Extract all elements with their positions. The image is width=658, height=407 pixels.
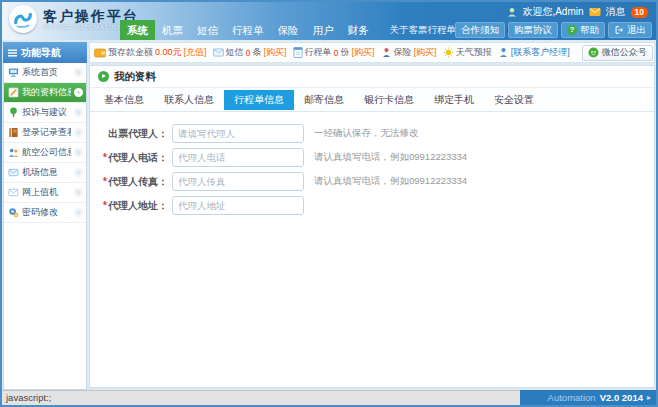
required-mark: *: [103, 152, 107, 163]
agent-fax-label: 代理人传真：: [108, 175, 168, 189]
manager-person-icon: [498, 47, 509, 58]
ticket-agent-field[interactable]: [172, 124, 304, 143]
deposit-label: 预存款金额: [108, 46, 153, 59]
footer-bar: Automation V2.0 2014 ▸: [520, 390, 656, 405]
insurance-group: 保险 [购买]: [381, 46, 437, 59]
deposit-group: 预存款金额 0.00元 [充值]: [94, 46, 207, 59]
welcome-text: 欢迎您,Admin: [522, 5, 583, 19]
help-button[interactable]: ? 帮助: [561, 22, 605, 38]
app-window: 客户操作平台 OFFICE AUTOMATION SYSTEM 欢迎您,Admi…: [0, 0, 658, 407]
sidebar-menu: 系统首页 › 我的资料信息 › 投诉与建议 ›: [3, 63, 87, 390]
header: 客户操作平台 OFFICE AUTOMATION SYSTEM 欢迎您,Admi…: [2, 2, 656, 40]
agent-fax-field[interactable]: [172, 172, 304, 191]
chevron-right-icon: ›: [74, 108, 83, 117]
tab-bank-card[interactable]: 银行卡信息: [354, 90, 424, 110]
wechat-button[interactable]: 微信公众号: [582, 45, 653, 61]
ticket-agreement-label: 购票协议: [514, 23, 552, 37]
weather-label[interactable]: 天气预报: [456, 46, 492, 59]
nav-item-users[interactable]: 用户: [306, 20, 341, 40]
insurance-person-icon: [381, 47, 392, 58]
sms-count: 0: [246, 48, 251, 58]
ticket-agent-label: 出票代理人：: [108, 127, 168, 141]
field-label: * 代理人传真：: [90, 175, 168, 189]
document-icon: [293, 47, 303, 58]
itinerary-unit: 份: [341, 46, 350, 59]
form-row-agent-address: * 代理人地址：: [90, 196, 654, 215]
insurance-buy-link[interactable]: [购买]: [414, 46, 437, 59]
mail-icon: [8, 167, 19, 178]
app-body: 功能导航 系统首页 › 我的资料信息 ›: [2, 40, 656, 390]
main-panel: 我的资料 基本信息 联系人信息 行程单信息 邮寄信息 银行卡信息 绑定手机 安全…: [89, 65, 655, 388]
agent-phone-field[interactable]: [172, 148, 304, 167]
cooperation-notice-button[interactable]: 合作须知: [455, 22, 505, 38]
itinerary-count: 0: [334, 48, 339, 58]
sidebar-item-login-records[interactable]: 登录记录查看 ›: [4, 123, 86, 143]
sidebar-item-complaints[interactable]: 投诉与建议 ›: [4, 103, 86, 123]
field-hint: 请认真填写电话，例如09912223334: [314, 175, 467, 188]
recharge-link[interactable]: [充值]: [184, 46, 207, 59]
footer-version: V2.0 2014: [600, 392, 643, 403]
tab-mailing-info[interactable]: 邮寄信息: [294, 90, 354, 110]
tab-bind-phone[interactable]: 绑定手机: [424, 90, 484, 110]
wallet-icon: [94, 47, 106, 58]
sidebar-item-password[interactable]: 密码修改 ›: [4, 203, 86, 223]
footer-expand-icon[interactable]: ▸: [647, 393, 651, 402]
header-buttons: 合作须知 购票协议 ? 帮助 退出: [455, 22, 652, 38]
tab-contact-info[interactable]: 联系人信息: [154, 90, 224, 110]
sidebar-item-online-checkin[interactable]: 网上值机 ›: [4, 183, 86, 203]
tab-itinerary-info[interactable]: 行程单信息: [224, 90, 294, 110]
logout-label: 退出: [627, 23, 646, 37]
sidebar-item-airport-info[interactable]: 机场信息 ›: [4, 163, 86, 183]
footer-brand: Automation: [548, 392, 596, 403]
form-row-ticket-agent: 出票代理人： 一经确认保存，无法修改: [90, 124, 654, 143]
field-label: * 代理人地址：: [90, 199, 168, 213]
sms-label: 短信: [226, 46, 244, 59]
chevron-right-icon: ›: [74, 128, 83, 137]
user-strip: 欢迎您,Admin 消息 10: [507, 5, 648, 19]
agent-address-field[interactable]: [172, 196, 304, 215]
nav-item-finance[interactable]: 财务: [341, 20, 376, 40]
logout-icon: [614, 25, 624, 35]
nav-item-insurance[interactable]: 保险: [271, 20, 306, 40]
form-row-agent-phone: * 代理人电话： 请认真填写电话，例如09912223334: [90, 148, 654, 167]
sidebar-item-label: 机场信息: [22, 166, 71, 179]
itinerary-buy-link[interactable]: [购买]: [352, 46, 375, 59]
nav-item-itinerary[interactable]: 行程单: [225, 20, 271, 40]
monitor-icon: [8, 67, 19, 78]
sidebar-header-label: 功能导航: [21, 46, 61, 60]
nav-item-tickets[interactable]: 机票: [155, 20, 190, 40]
sidebar-item-label: 系统首页: [22, 66, 71, 79]
field-hint: 请认真填写电话，例如09912223334: [314, 151, 467, 164]
message-label[interactable]: 消息: [606, 5, 626, 19]
profile-tabs: 基本信息 联系人信息 行程单信息 邮寄信息 银行卡信息 绑定手机 安全设置: [90, 88, 654, 112]
contact-manager-link[interactable]: [联系客户经理]: [511, 46, 570, 59]
nav-item-system[interactable]: 系统: [120, 20, 155, 40]
sidebar-item-home[interactable]: 系统首页 ›: [4, 63, 86, 83]
sms-group: 短信 0 条 [购买]: [213, 46, 287, 59]
logout-button[interactable]: 退出: [608, 22, 652, 38]
weather-group: 天气预报: [443, 46, 492, 59]
form-row-agent-fax: * 代理人传真： 请认真填写电话，例如09912223334: [90, 172, 654, 191]
field-hint: 一经确认保存，无法修改: [314, 127, 419, 140]
sidebar-item-my-profile[interactable]: 我的资料信息 ›: [4, 83, 86, 103]
nav-item-sms[interactable]: 短信: [190, 20, 225, 40]
sms-unit: 条: [253, 46, 262, 59]
wechat-button-label: 微信公众号: [602, 46, 647, 59]
tab-basic-info[interactable]: 基本信息: [94, 90, 154, 110]
message-envelope-icon[interactable]: [589, 7, 601, 17]
field-label: 出票代理人：: [90, 127, 168, 141]
tab-security[interactable]: 安全设置: [484, 90, 544, 110]
manager-group: [联系客户经理]: [498, 46, 570, 59]
section-play-icon: [98, 71, 109, 82]
wechat-icon: [588, 47, 599, 58]
sidebar-item-label: 网上值机: [22, 186, 71, 199]
users-icon: [8, 147, 19, 158]
message-count-badge: 10: [631, 7, 648, 18]
sidebar-item-label: 航空公司信息: [22, 146, 71, 159]
sms-buy-link[interactable]: [购买]: [264, 46, 287, 59]
browser-status-text: javascript:;: [2, 390, 520, 405]
sidebar-item-airlines[interactable]: 航空公司信息 ›: [4, 143, 86, 163]
insurance-label: 保险: [394, 46, 412, 59]
chevron-right-icon: ›: [74, 148, 83, 157]
ticket-agreement-button[interactable]: 购票协议: [508, 22, 558, 38]
